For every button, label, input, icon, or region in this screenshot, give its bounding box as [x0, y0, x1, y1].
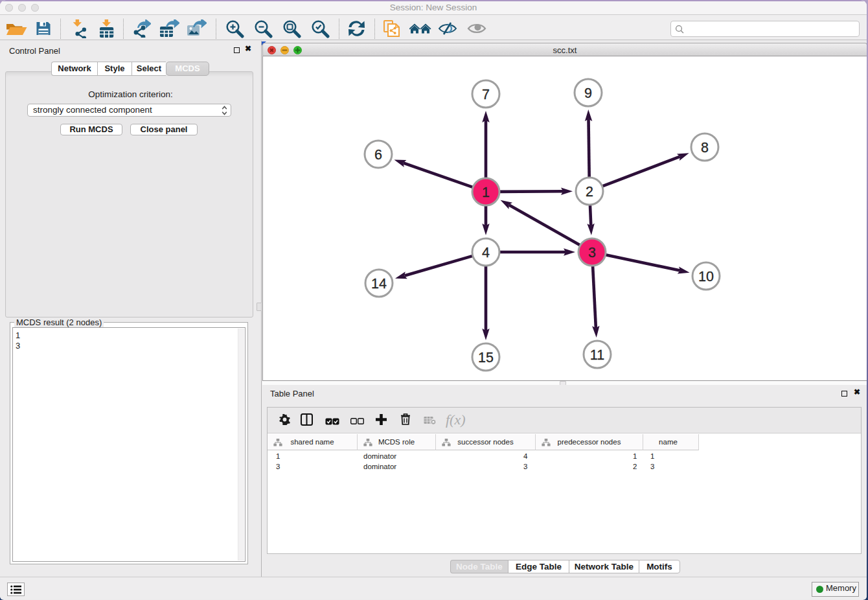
svg-text:14: 14 [371, 276, 387, 292]
svg-text:7: 7 [482, 87, 490, 102]
svg-text:11: 11 [590, 347, 604, 363]
svg-text:9: 9 [584, 86, 592, 101]
svg-text:2: 2 [586, 184, 593, 200]
svg-text:3: 3 [588, 245, 596, 260]
svg-text:10: 10 [698, 269, 714, 284]
svg-text:1: 1 [482, 185, 490, 200]
svg-text:8: 8 [701, 140, 709, 156]
svg-text:6: 6 [374, 147, 382, 163]
svg-text:4: 4 [482, 245, 490, 260]
svg-text:15: 15 [478, 350, 494, 365]
